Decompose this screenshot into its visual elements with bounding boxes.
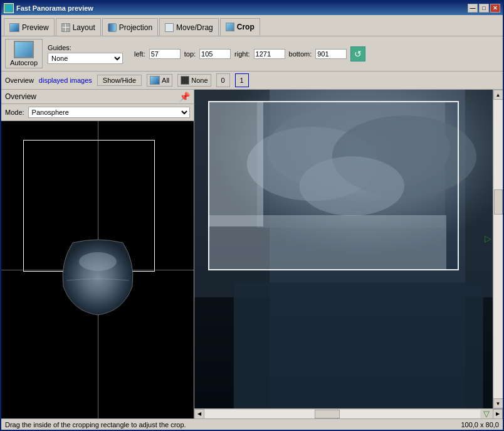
pin-icon[interactable]: 📌 — [179, 92, 190, 102]
crop-tab-icon — [226, 23, 234, 31]
main-crop-rect[interactable] — [208, 101, 459, 270]
window-title: Fast Panorama preview — [16, 4, 93, 12]
titlebar: 🌐 Fast Panorama preview — □ ✕ — [1, 1, 503, 15]
scroll-down-button[interactable]: ▼ — [493, 398, 503, 408]
scroll-right-button[interactable]: ▶ — [493, 409, 503, 419]
close-button[interactable]: ✕ — [490, 4, 500, 13]
right-input[interactable] — [254, 49, 285, 59]
tab-move-label: Move/Drag — [176, 23, 213, 32]
status-right: 100,0 x 80,0 — [461, 421, 499, 428]
main-window: 🌐 Fast Panorama preview — □ ✕ Preview La… — [0, 0, 504, 431]
layout-tab-icon — [61, 23, 70, 32]
image-1-button[interactable]: 1 — [235, 73, 249, 87]
maximize-button[interactable]: □ — [479, 4, 489, 13]
left-input[interactable] — [149, 49, 181, 59]
crop-values: left: top: right: bottom: ↺ — [134, 46, 365, 61]
show-hide-button[interactable]: Show/Hide — [97, 75, 142, 86]
reset-button[interactable]: ↺ — [350, 46, 365, 61]
scroll-left-button[interactable]: ◀ — [194, 409, 204, 419]
top-label: top: — [184, 50, 196, 58]
mode-select[interactable]: Panosphere Equirectangular Rectilinear F… — [28, 107, 190, 118]
tab-move[interactable]: Move/Drag — [159, 18, 219, 36]
none-label: None — [191, 77, 207, 84]
svg-rect-2 — [234, 282, 483, 408]
images-bar: Overview displayed images Show/Hide All … — [1, 72, 503, 90]
bottom-label: bottom: — [289, 50, 312, 58]
right-label: right: — [234, 50, 249, 58]
scroll-up-button[interactable]: ▲ — [493, 90, 503, 100]
all-label: All — [162, 77, 169, 84]
left-panel: Overview 📌 Mode: Panosphere Equirectangu… — [1, 90, 194, 418]
displayed-images-label: displayed images — [39, 77, 92, 84]
autocrop-button[interactable]: Autocrop — [5, 39, 43, 68]
tab-bar: Preview Layout Projection Move/Drag Crop — [1, 15, 503, 36]
top-input[interactable] — [199, 49, 231, 59]
bottom-input[interactable] — [315, 49, 347, 59]
app-icon: 🌐 — [4, 3, 14, 13]
right-panel: ▷ ◀ ▽ ▶ ▲ ▼ — [194, 90, 503, 418]
guides-label: Guides: — [48, 44, 123, 51]
window-controls: — □ ✕ — [468, 4, 500, 13]
guides-select[interactable]: None Lines Grid Diagonal — [48, 53, 123, 64]
viewport-canvas[interactable]: ▷ — [194, 90, 503, 408]
tab-preview[interactable]: Preview — [4, 18, 55, 36]
preview-tab-icon — [9, 23, 19, 32]
tab-layout[interactable]: Layout — [56, 18, 101, 36]
scroll-thumb-vertical[interactable] — [494, 189, 503, 215]
titlebar-left: 🌐 Fast Panorama preview — [4, 3, 93, 13]
autocrop-label: Autocrop — [10, 59, 38, 67]
none-icon — [181, 76, 189, 85]
tab-projection-label: Projection — [119, 23, 152, 32]
overview-header: Overview 📌 — [1, 90, 194, 104]
bottom-scrollbar: ◀ ▽ ▶ — [194, 408, 503, 418]
controls-bar: Autocrop Guides: None Lines Grid Diagona… — [1, 36, 503, 72]
all-button[interactable]: All — [147, 74, 172, 87]
move-tab-icon — [165, 23, 174, 32]
none-button[interactable]: None — [177, 74, 211, 87]
overview-title: Overview — [5, 92, 36, 101]
minimize-button[interactable]: — — [468, 4, 478, 13]
tab-crop-label: Crop — [237, 23, 255, 31]
image-0-button[interactable]: 0 — [216, 73, 230, 87]
guides-section: Guides: None Lines Grid Diagonal — [48, 44, 123, 64]
projection-tab-icon — [108, 23, 117, 32]
status-left: Drag the inside of the cropping rectangl… — [5, 421, 186, 428]
scroll-marker-right[interactable]: ▷ — [485, 233, 491, 243]
tab-projection[interactable]: Projection — [102, 18, 158, 36]
mode-label: Mode: — [5, 109, 24, 116]
right-scrollbar: ▲ ▼ — [493, 90, 503, 408]
svg-point-0 — [79, 252, 117, 271]
panorama-blob — [48, 230, 148, 318]
tab-crop[interactable]: Crop — [220, 18, 260, 36]
scroll-track-horizontal[interactable] — [204, 410, 480, 418]
tab-layout-label: Layout — [73, 23, 95, 32]
scroll-track-vertical[interactable] — [494, 100, 503, 398]
overview-canvas — [1, 121, 194, 418]
scroll-thumb-horizontal[interactable] — [315, 410, 340, 418]
main-area: Overview 📌 Mode: Panosphere Equirectangu… — [1, 90, 503, 418]
scroll-bottom-marker: ▽ — [480, 409, 493, 418]
all-icon — [150, 76, 160, 85]
mode-row: Mode: Panosphere Equirectangular Rectili… — [1, 104, 194, 121]
statusbar: Drag the inside of the cropping rectangl… — [1, 418, 503, 430]
overview-bar-label: Overview — [5, 77, 34, 84]
left-label: left: — [134, 50, 145, 58]
tab-preview-label: Preview — [22, 23, 49, 32]
autocrop-icon — [14, 41, 34, 58]
